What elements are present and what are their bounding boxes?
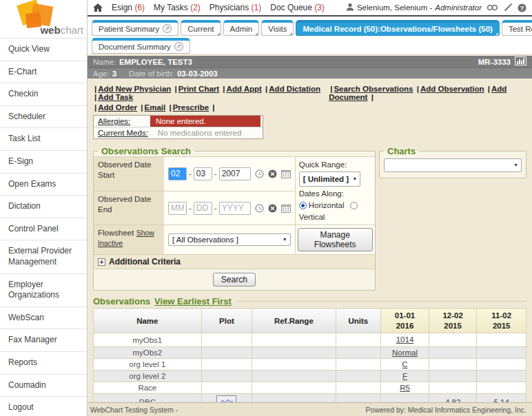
sidebar-item-checkin[interactable]: Checkin	[0, 83, 87, 106]
sidebar-item-task-list[interactable]: Task List	[0, 128, 87, 151]
sidebar-item-quick-view[interactable]: Quick View	[0, 39, 87, 61]
sidebar-item-reports[interactable]: Reports	[0, 352, 87, 375]
obs-name: org level 2	[94, 371, 202, 382]
observations-table: Name Plot Ref.Range Units 01-012016 12-0…	[93, 308, 526, 416]
search-button-row: Search	[94, 269, 375, 290]
sidebar-item-scheduler[interactable]: Scheduler	[0, 106, 87, 129]
tab-document-summary[interactable]: Document Summary↗	[92, 38, 190, 54]
manage-flowsheets-button[interactable]: Manage Flowsheets	[298, 228, 373, 251]
obs-name: Race	[94, 382, 202, 394]
start-year-input[interactable]	[219, 167, 251, 180]
tab-menu-indicator	[255, 32, 258, 35]
link-prescribe[interactable]: Prescribe	[173, 103, 209, 112]
nav-my-tasks[interactable]: My Tasks (2)	[154, 3, 201, 12]
vertical-radio[interactable]	[350, 202, 358, 209]
observed-date-start-label: Observed Date Start	[94, 156, 164, 191]
horizontal-radio[interactable]	[299, 202, 307, 209]
tab-admin[interactable]: Admin	[223, 20, 260, 36]
sidebar-item-logout[interactable]: Logout	[0, 397, 87, 416]
allergies-link[interactable]: Allergies:	[98, 117, 130, 125]
obs-value-link[interactable]: F	[402, 372, 407, 380]
clock-icon[interactable]	[255, 169, 264, 178]
user-role: Administrator	[435, 3, 482, 12]
top-navbar: Esign (6) My Tasks (2) Physicians (1) Do…	[88, 0, 532, 17]
clock-icon[interactable]	[255, 204, 264, 213]
quick-range-select[interactable]: [ Unlimited ]▼	[299, 171, 360, 187]
user-menu[interactable]: Selenium, Selenium - Administrator	[346, 3, 482, 12]
observed-date-end-label: Observed Date End	[94, 191, 164, 225]
current-meds-link[interactable]: Current Meds:	[98, 129, 148, 137]
link-add-new-physician[interactable]: Add New Physician	[98, 85, 171, 93]
sidebar-item-coumadin[interactable]: Coumadin	[0, 375, 87, 397]
nav-doc-queue[interactable]: Doc Queue (3)	[270, 3, 325, 12]
charts-select[interactable]: ▼	[384, 158, 522, 172]
link-add-dictation[interactable]: Add Dictation	[269, 85, 320, 93]
popout-icon[interactable]: ↗	[163, 24, 172, 33]
clear-date-icon[interactable]	[268, 169, 277, 178]
additional-criteria-toggle[interactable]: + Additional Criteria	[94, 254, 375, 269]
vertical-label: Vertical	[299, 213, 325, 221]
tab-visits[interactable]: Visits	[261, 20, 294, 36]
link-print-chart[interactable]: Print Chart	[178, 85, 219, 93]
observed-date-end-fields: - -	[164, 191, 295, 225]
obs-value-link[interactable]: R5	[400, 384, 410, 392]
link-add-order[interactable]: Add Order	[98, 103, 137, 112]
observations-search-panel: Observations Search Observed Date Start …	[93, 146, 376, 291]
horizontal-label: Horizontal	[309, 201, 345, 209]
flowsheet-label: Flowsheet	[98, 229, 134, 237]
observations-section: Observations View Earliest First Name Pl…	[93, 296, 526, 416]
calendar-icon[interactable]	[281, 169, 291, 178]
tab-menu-indicator	[289, 32, 292, 35]
sidebar-item-fax-manager[interactable]: Fax Manager	[0, 329, 87, 352]
link-search-observations[interactable]: Search Observations	[334, 85, 413, 93]
link-add-observation[interactable]: Add Observation	[420, 85, 484, 93]
popout-icon[interactable]: ↗	[174, 42, 183, 51]
charts-panel: Charts ▼	[379, 146, 526, 178]
name-label: Name:	[93, 58, 116, 66]
tab-medical-record-observations[interactable]: Medical Record (50):Observations/Flowshe…	[296, 20, 499, 36]
link-icon[interactable]	[487, 3, 498, 12]
obs-value-link[interactable]: Normal	[392, 349, 418, 357]
sidebar-item-external-provider-management[interactable]: External Provider Management	[0, 240, 87, 273]
start-month-input[interactable]	[168, 167, 187, 180]
sidebar-item-control-panel[interactable]: Control Panel	[0, 218, 87, 241]
sidebar-item-employer-organizations[interactable]: Employer Organizations	[0, 274, 87, 307]
sidebar-item-e-chart[interactable]: E-Chart	[0, 61, 87, 84]
calendar-icon[interactable]	[281, 204, 291, 213]
nav-physicians[interactable]: Physicians (1)	[209, 3, 261, 12]
logo-wordmark: webchart	[40, 24, 83, 36]
sidebar-item-e-sign[interactable]: E-Sign	[0, 151, 87, 174]
view-earliest-first-link[interactable]: View Earliest First	[154, 296, 232, 306]
chevron-down-icon: ▼	[513, 163, 518, 167]
charts-title: Charts	[384, 146, 419, 156]
link-add-appt[interactable]: Add Appt	[227, 85, 262, 93]
webchart-logo[interactable]: webchart	[0, 0, 87, 39]
nav-esign[interactable]: Esign (6)	[112, 3, 145, 12]
search-button[interactable]: Search	[213, 273, 256, 287]
obs-name: myObs1	[94, 333, 202, 347]
flowsheet-select[interactable]: [ All Observations ]▼	[168, 233, 291, 246]
link-email[interactable]: Email	[145, 103, 166, 112]
tab-patient-summary[interactable]: Patient Summary↗	[92, 20, 178, 36]
sidebar-item-dictation[interactable]: Dictation	[0, 196, 87, 218]
end-day-input[interactable]	[194, 202, 212, 215]
home-icon[interactable]	[93, 3, 103, 12]
tab-test-results[interactable]: Test Results	[502, 20, 532, 36]
end-month-input[interactable]	[168, 202, 187, 215]
obs-value-link[interactable]: C	[402, 360, 407, 368]
start-day-input[interactable]	[194, 167, 212, 180]
clear-date-icon[interactable]	[268, 204, 277, 213]
link-add-task[interactable]: Add Task	[98, 93, 133, 101]
wand-icon[interactable]	[503, 3, 513, 12]
tab-current[interactable]: Current	[181, 20, 221, 36]
table-row: org level 2 F	[94, 371, 526, 382]
dates-along-label: Dates Along:	[299, 188, 371, 200]
obs-value-link[interactable]: 10	[396, 335, 405, 345]
sidebar-item-open-exams[interactable]: Open Exams	[0, 174, 87, 196]
quick-links-row-2: |Add Order |Email |Prescribe |	[93, 103, 526, 112]
help-icon[interactable]: ?	[518, 3, 526, 12]
end-year-input[interactable]	[219, 202, 251, 215]
obs-value-link[interactable]: 14	[405, 335, 414, 345]
chart-graph-icon[interactable]	[515, 56, 526, 67]
sidebar-item-webscan[interactable]: WebScan	[0, 307, 87, 330]
